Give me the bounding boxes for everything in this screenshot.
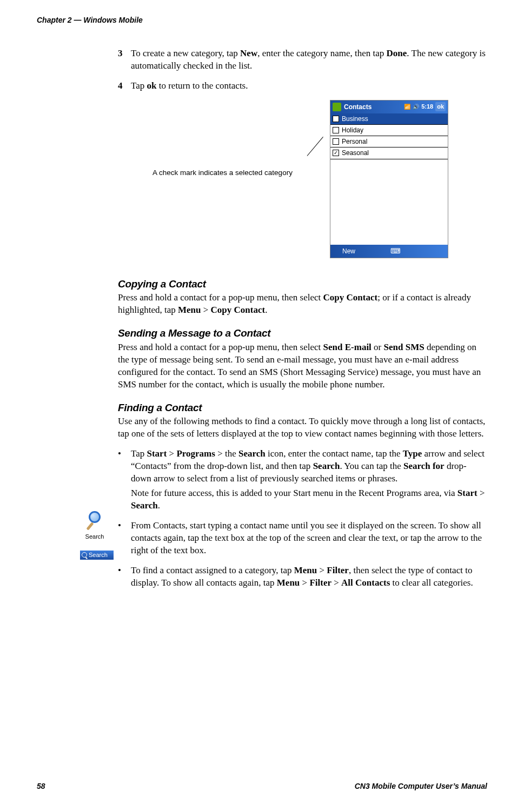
bullet-marker: • — [118, 520, 131, 557]
text: icon, enter the contact name, tap the — [266, 448, 403, 459]
callout-caption: A check mark indicates a selected catego… — [152, 168, 293, 178]
filter-label: Filter — [309, 578, 331, 588]
checkbox-icon — [333, 116, 339, 122]
category-label: Business — [342, 115, 368, 123]
text: . — [158, 500, 160, 511]
sidebar-icons: Search Search — [80, 509, 109, 560]
search-for-label: Search for — [403, 461, 445, 471]
category-label: Holiday — [342, 126, 363, 135]
start-label: Start — [457, 488, 477, 498]
device-time: 5:18 — [421, 103, 433, 111]
bullet-2: • From Contacts, start typing a contact … — [118, 520, 486, 557]
send-email-label: Send E-mail — [323, 342, 372, 352]
menu-label: Menu — [277, 578, 300, 588]
device-bottombar: New ⌨ — [330, 245, 448, 258]
device-screenshot: Contacts 📶 🔊 5:18 ok Business Holiday Pe… — [330, 100, 448, 258]
page-number: 58 — [37, 781, 45, 791]
text: Note for future access, this is added to… — [131, 488, 457, 498]
step-text: Tap ok to return to the contacts. — [131, 80, 486, 92]
section-title-copying: Copying a Contact — [118, 277, 486, 291]
page-footer: 58 CN3 Mobile Computer User’s Manual — [37, 781, 487, 791]
device-title: Contacts — [344, 103, 402, 111]
category-row-business: Business — [330, 113, 448, 125]
text: > — [300, 578, 309, 588]
all-contacts-label: All Contacts — [341, 578, 390, 588]
bullet-1: • Tap Start > Programs > the Search icon… — [118, 448, 486, 512]
callout-line — [307, 137, 323, 156]
category-row-personal: Personal — [330, 136, 448, 147]
menu-label: Menu — [178, 305, 201, 315]
text: Tap — [131, 448, 147, 459]
text: > — [167, 448, 176, 459]
finding-intro: Use any of the following methods to find… — [118, 415, 486, 440]
text: To find a contact assigned to a category… — [131, 565, 294, 575]
text: to return to the contacts. — [156, 80, 248, 91]
signal-icon: 📶 — [404, 103, 410, 111]
ok-label: ok — [147, 80, 157, 91]
text: > — [477, 488, 485, 498]
magnifier-icon — [82, 552, 87, 558]
send-sms-label: Send SMS — [384, 342, 424, 352]
checkbox-icon — [333, 127, 339, 133]
text: . You can tap the — [340, 461, 403, 471]
step-text: To create a new category, tap New, enter… — [131, 48, 486, 72]
bullet-3: • To find a contact assigned to a catego… — [118, 565, 486, 589]
text: > the — [215, 448, 238, 459]
start-flag-icon — [333, 103, 341, 111]
search-label: Search — [238, 448, 266, 459]
text: > — [317, 565, 327, 575]
category-label: Seasonal — [342, 149, 369, 157]
search-label: Search — [313, 461, 340, 471]
device-titlebar: Contacts 📶 🔊 5:18 ok — [330, 100, 448, 113]
copy-contact-label: Copy Contact — [211, 305, 266, 315]
menu-label: Menu — [294, 565, 317, 575]
step-3: 3 To create a new category, tap New, ent… — [118, 48, 486, 72]
text: Tap — [131, 80, 147, 91]
text: , enter the category name, then tap — [257, 48, 386, 58]
category-row-seasonal: ✓ Seasonal — [330, 147, 448, 159]
step-number: 4 — [118, 80, 131, 92]
magnifier-lens-icon — [89, 511, 101, 523]
category-label: Personal — [342, 137, 367, 146]
search-menu-item: Search — [80, 551, 114, 560]
screenshot-figure: A check mark indicates a selected catego… — [118, 100, 486, 267]
programs-label: Programs — [176, 448, 215, 459]
step-number: 3 — [118, 48, 131, 72]
text: To create a new category, tap — [131, 48, 240, 58]
manual-title: CN3 Mobile Computer User’s Manual — [355, 781, 487, 791]
copying-paragraph: Press and hold a contact for a pop-up me… — [118, 292, 486, 317]
search-label: Search — [131, 500, 158, 511]
device-ok-button: ok — [435, 102, 446, 111]
magnifier-handle-icon — [86, 522, 94, 530]
page-header: Chapter 2 — Windows Mobile — [37, 15, 143, 25]
section-title-sending: Sending a Message to a Contact — [118, 326, 486, 340]
search-menu-label: Search — [89, 551, 108, 559]
copy-contact-label: Copy Contact — [323, 292, 378, 303]
text: to clear all categories. — [390, 578, 473, 588]
filter-label: Filter — [327, 565, 349, 575]
checkbox-icon — [333, 138, 339, 145]
text: Press and hold a contact for a pop-up me… — [118, 292, 323, 303]
text: > — [331, 578, 341, 588]
bullet-marker: • — [118, 565, 131, 589]
bullet-marker: • — [118, 448, 131, 512]
sending-paragraph: Press and hold a contact for a pop-up me… — [118, 341, 486, 391]
checkbox-checked-icon: ✓ — [333, 150, 339, 156]
bullet-text: From Contacts, start typing a contact na… — [131, 520, 486, 557]
search-app-icon — [83, 509, 106, 532]
text: . — [265, 305, 267, 315]
bullet-text: To find a contact assigned to a category… — [131, 565, 486, 589]
bullet-text: Tap Start > Programs > the Search icon, … — [131, 448, 486, 512]
volume-icon: 🔊 — [413, 103, 419, 111]
done-label: Done — [387, 48, 407, 58]
text: Press and hold a contact for a pop-up me… — [118, 342, 323, 352]
type-label: Type — [403, 448, 422, 459]
text: > — [201, 305, 210, 315]
content-area: 3 To create a new category, tap New, ent… — [118, 48, 486, 589]
text: or — [372, 342, 384, 352]
search-app-label: Search — [80, 533, 109, 541]
section-title-finding: Finding a Contact — [118, 401, 486, 415]
category-row-holiday: Holiday — [330, 125, 448, 136]
keyboard-icon: ⌨ — [390, 246, 401, 256]
new-label: New — [240, 48, 257, 58]
